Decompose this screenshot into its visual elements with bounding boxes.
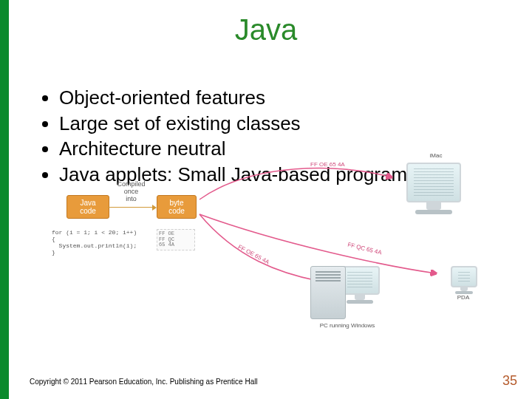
dispatch-arrow-1-label: FF OE 65 4A xyxy=(310,161,345,168)
imac-icon xyxy=(406,163,461,214)
bullet-item: Large set of existing classes xyxy=(59,112,517,136)
byte-code-box: bytecode xyxy=(157,195,197,219)
pc-tower-icon xyxy=(310,266,346,319)
pc-monitor-icon xyxy=(340,266,380,304)
imac-label: iMac xyxy=(421,152,451,159)
pc-label: PC running Windows xyxy=(310,322,384,329)
page-number: 35 xyxy=(502,373,517,389)
bytecode-snippet: FF OEFF QC65 4A xyxy=(157,229,195,250)
java-diagram: Javacode Compiledonceinto bytecode for (… xyxy=(30,177,517,362)
compiled-label: Compiledonceinto xyxy=(111,180,151,202)
accent-bar xyxy=(0,0,9,399)
java-code-box: Javacode xyxy=(66,195,109,219)
pda-icon xyxy=(451,266,477,294)
bullet-item: Object-oriented features xyxy=(59,86,517,110)
copyright-footer: Copyright © 2011 Pearson Education, Inc.… xyxy=(30,378,258,386)
slide-title: Java xyxy=(0,13,532,47)
java-source-snippet: for (i = 1; i < 20; i++){ System.out.pri… xyxy=(52,229,137,256)
pda-label: PDA xyxy=(452,294,474,301)
compile-arrow xyxy=(108,207,152,208)
